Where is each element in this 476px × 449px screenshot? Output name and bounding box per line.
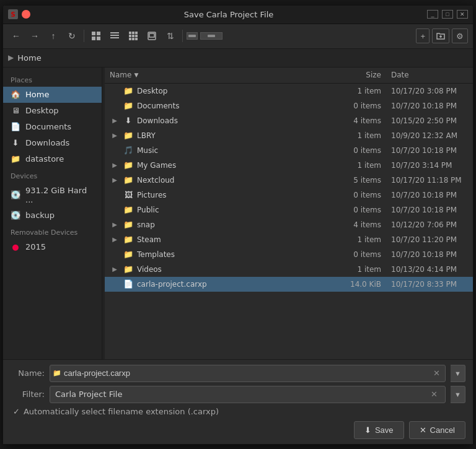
- column-size[interactable]: Size: [337, 71, 386, 79]
- minimize-button[interactable]: _: [427, 10, 438, 19]
- app-icon: S: [8, 9, 18, 19]
- svg-rect-4: [110, 32, 119, 33]
- desktop-icon: 🖥: [11, 106, 20, 116]
- filter-label: Filter:: [11, 390, 45, 399]
- file-row[interactable]: ▶ 📁 snap 4 items 10/12/20 7:06 PM: [105, 217, 473, 232]
- file-row-date: 10/7/20 10:18 PM: [386, 206, 473, 214]
- file-row-name: 📁 Documents: [105, 101, 337, 110]
- file-row[interactable]: ▶ 📁 LBRY 1 item 10/9/20 12:32 AM: [105, 128, 473, 143]
- svg-rect-2: [92, 37, 95, 40]
- add-bookmark-button[interactable]: +: [416, 28, 430, 43]
- maximize-button[interactable]: □: [442, 10, 453, 19]
- folder-icon: 📁: [123, 101, 133, 110]
- file-row[interactable]: 📁 Desktop 1 item 10/17/20 3:08 PM: [105, 84, 473, 98]
- column-name[interactable]: Name ▼: [105, 71, 337, 79]
- file-row-size: 14.0 KiB: [337, 280, 386, 289]
- sidebar-item-home[interactable]: 🏠 Home: [3, 87, 102, 103]
- sidebar-item-2015[interactable]: ● 2015: [3, 239, 102, 255]
- zoom-control: [187, 32, 223, 40]
- folder-icon: 📁: [123, 175, 133, 185]
- filename-clear-button[interactable]: ✕: [431, 368, 443, 378]
- file-row[interactable]: ▶ 📁 Videos 1 item 10/13/20 4:14 PM: [105, 262, 473, 277]
- svg-rect-0: [92, 32, 95, 35]
- filename-input-wrapper: 📁 ✕: [50, 365, 446, 382]
- filename-row: Name: 📁 ✕ ▼: [11, 365, 465, 382]
- filename-dropdown-button[interactable]: ▼: [451, 365, 465, 382]
- sidebar-item-backup[interactable]: 💽 backup: [3, 207, 102, 224]
- sort-button[interactable]: ⇅: [162, 28, 178, 44]
- folder-icon: 📁: [123, 264, 133, 274]
- expand-icon: ▶: [110, 236, 120, 243]
- file-row-date: 10/17/20 3:08 PM: [386, 87, 473, 95]
- save-button[interactable]: ⬇ Save: [354, 421, 404, 439]
- file-row[interactable]: ▶ 📁 Nextcloud 5 items 10/17/20 11:18 PM: [105, 173, 473, 188]
- file-row[interactable]: 📁 Documents 0 items 10/7/20 10:18 PM: [105, 98, 473, 113]
- file-row-name: ▶ 📁 LBRY: [105, 131, 337, 140]
- filename-input[interactable]: [64, 368, 431, 378]
- column-date[interactable]: Date: [386, 71, 473, 79]
- grid-small-button[interactable]: [88, 28, 104, 44]
- hard-drive-icon: 💽: [11, 190, 20, 200]
- expand-icon: ▶: [110, 221, 120, 228]
- file-row-date: 10/17/20 8:33 PM: [386, 280, 473, 289]
- filter-dropdown-button[interactable]: ▼: [451, 386, 465, 403]
- add-folder-button[interactable]: [432, 28, 449, 43]
- breadcrumb-bar: ▶ Home: [3, 49, 473, 68]
- file-pane: Name ▼ Size Date 📁 Desktop 1 item 10/17/…: [105, 68, 473, 359]
- file-row-name: ▶ 📁 Nextcloud: [105, 175, 337, 185]
- file-row[interactable]: ▶ 📁 My Games 1 item 10/7/20 3:14 PM: [105, 158, 473, 173]
- sidebar-item-hard-drive[interactable]: 💽 931.2 GiB Hard ...: [3, 183, 102, 207]
- file-row[interactable]: 🖼 Pictures 0 items 10/7/20 10:18 PM: [105, 188, 473, 203]
- svg-rect-8: [132, 32, 134, 34]
- file-row[interactable]: 📁 Public 0 items 10/7/20 10:18 PM: [105, 203, 473, 217]
- window-title: Save Carla Project File: [30, 10, 427, 19]
- auto-select-label: Automatically select filename extension …: [24, 407, 219, 416]
- settings-button[interactable]: ⚙: [452, 28, 468, 43]
- name-label: Name:: [11, 368, 45, 378]
- file-row-date: 10/7/20 3:14 PM: [386, 161, 473, 170]
- refresh-button[interactable]: ↻: [64, 28, 80, 44]
- sidebar-item-desktop[interactable]: 🖥 Desktop: [3, 103, 102, 119]
- folder-icon: 📁: [123, 220, 133, 229]
- forward-button[interactable]: →: [27, 28, 43, 44]
- sidebar-2015-label: 2015: [25, 242, 94, 251]
- sidebar-item-datastore[interactable]: 📁 datastore: [3, 151, 102, 167]
- file-row-date: 10/9/20 12:32 AM: [386, 131, 473, 140]
- sidebar-item-documents[interactable]: 📄 Documents: [3, 119, 102, 135]
- sidebar-documents-label: Documents: [25, 122, 94, 131]
- file-row[interactable]: ▶ 📁 Steam 1 item 10/7/20 11:20 PM: [105, 232, 473, 247]
- file-row-date: 10/7/20 10:18 PM: [386, 250, 473, 259]
- svg-rect-13: [129, 38, 131, 40]
- file-row[interactable]: 🎵 Music 0 items 10/7/20 10:18 PM: [105, 143, 473, 158]
- titlebar-close-button[interactable]: ✕: [457, 10, 468, 19]
- preview-button[interactable]: [144, 28, 160, 44]
- folder-icon: 📁: [123, 160, 133, 170]
- back-button[interactable]: ←: [8, 28, 24, 44]
- filter-clear-button[interactable]: ✕: [428, 390, 440, 399]
- sidebar-desktop-label: Desktop: [25, 106, 94, 115]
- breadcrumb-current[interactable]: Home: [17, 53, 41, 63]
- sidebar-datastore-label: datastore: [25, 154, 94, 163]
- list-button[interactable]: [107, 28, 123, 44]
- file-row-selected[interactable]: 📄 carla-project.carxp 14.0 KiB 10/17/20 …: [105, 277, 473, 292]
- downloads-icon: ⬇: [11, 138, 20, 148]
- sidebar-item-downloads[interactable]: ⬇ Downloads: [3, 135, 102, 151]
- file-row-size: 0 items: [337, 146, 386, 155]
- file-row[interactable]: 📁 Templates 0 items 10/7/20 10:18 PM: [105, 247, 473, 262]
- file-row-name: ▶ ⬇ Downloads: [105, 116, 337, 125]
- cancel-button[interactable]: ✕ Cancel: [409, 421, 465, 439]
- pictures-icon: 🖼: [123, 190, 133, 199]
- file-row-size: 4 items: [337, 116, 386, 125]
- grid-large-button[interactable]: [125, 28, 141, 44]
- up-button[interactable]: ↑: [45, 28, 61, 44]
- file-row-size: 1 item: [337, 161, 386, 170]
- file-row-size: 1 item: [337, 131, 386, 140]
- file-row[interactable]: ▶ ⬇ Downloads 4 items 10/15/20 2:50 PM: [105, 113, 473, 128]
- close-button[interactable]: [22, 10, 30, 19]
- home-icon: 🏠: [11, 90, 20, 100]
- expand-icon: ▶: [110, 117, 120, 124]
- sidebar-backup-label: backup: [25, 211, 94, 220]
- file-list-body: 📁 Desktop 1 item 10/17/20 3:08 PM 📁 Docu…: [105, 84, 473, 359]
- file-row-name: 📁 Desktop: [105, 86, 337, 95]
- file-row-name: 🖼 Pictures: [105, 190, 337, 199]
